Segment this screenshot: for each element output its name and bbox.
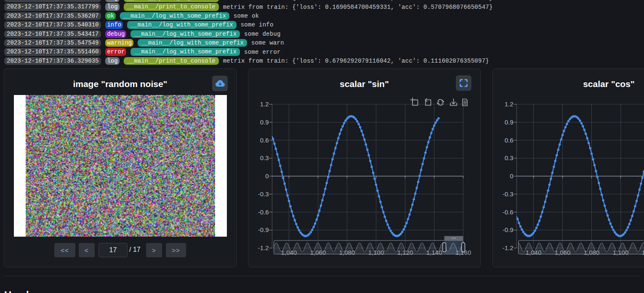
svg-text:1,080: 1,080 xyxy=(584,249,600,256)
svg-text:0.9: 0.9 xyxy=(260,119,269,126)
svg-text:0.6: 0.6 xyxy=(260,137,269,144)
svg-text:-1.2: -1.2 xyxy=(503,244,514,251)
svg-text:0.3: 0.3 xyxy=(505,154,514,161)
svg-text:1,080: 1,080 xyxy=(339,249,355,256)
svg-text:-0.6: -0.6 xyxy=(503,209,514,216)
svg-text:-0.3: -0.3 xyxy=(503,190,514,198)
svg-text:-0.3: -0.3 xyxy=(258,190,269,198)
svg-text:0.3: 0.3 xyxy=(260,154,269,161)
svg-text:-0.9: -0.9 xyxy=(503,226,514,233)
svg-text:-1.2: -1.2 xyxy=(258,244,269,251)
svg-text:-0.6: -0.6 xyxy=(258,209,269,216)
svg-text:1,100: 1,100 xyxy=(613,249,629,256)
svg-text:1,120: 1,120 xyxy=(397,249,413,256)
svg-text:0: 0 xyxy=(265,172,269,179)
svg-text:1,100: 1,100 xyxy=(368,249,384,256)
svg-text:0: 0 xyxy=(510,172,513,179)
svg-text:1,040: 1,040 xyxy=(281,249,297,256)
svg-text:1.2: 1.2 xyxy=(505,100,514,108)
svg-text:1,120: 1,120 xyxy=(642,249,644,256)
svg-text:1,140: 1,140 xyxy=(426,249,442,256)
svg-text:1,160: 1,160 xyxy=(455,249,471,256)
svg-text:1,060: 1,060 xyxy=(555,249,571,256)
svg-text:0.6: 0.6 xyxy=(505,137,514,144)
svg-text:1,040: 1,040 xyxy=(526,249,542,256)
svg-text:1.2: 1.2 xyxy=(260,100,269,108)
svg-text:-0.9: -0.9 xyxy=(258,226,269,233)
svg-text:1,060: 1,060 xyxy=(310,249,326,256)
svg-text:0.9: 0.9 xyxy=(505,119,514,126)
